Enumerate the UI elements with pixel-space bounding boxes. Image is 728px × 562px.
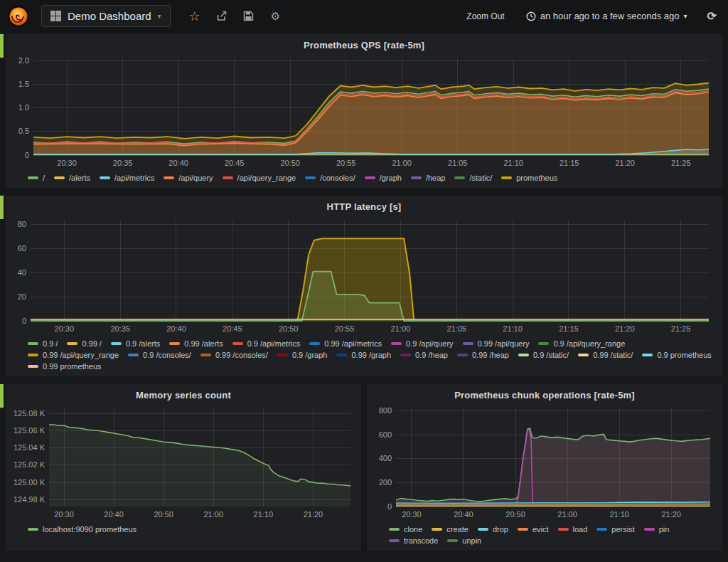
memory-chart[interactable]: 20:3020:4020:5021:0021:1021:20124.98 K12…	[9, 403, 358, 522]
legend-item-0-9-graph[interactable]: 0.9 /graph	[277, 351, 328, 359]
legend-item-0-9-heap[interactable]: 0.9 /heap	[400, 351, 448, 359]
legend-label: /static/	[469, 174, 492, 182]
save-icon-svg	[243, 11, 254, 21]
legend-label: unpin	[462, 536, 481, 545]
legend-item-api-query[interactable]: /api/query	[164, 174, 213, 182]
share-icon-svg	[216, 11, 228, 22]
panel-title[interactable]: Prometheus QPS [rate-5m]	[9, 37, 719, 53]
legend-item-0-99-static[interactable]: 0.99 /static/	[578, 351, 633, 359]
dashboard-grid-icon	[50, 11, 61, 21]
legend-color-marker	[447, 539, 458, 542]
legend-item-0-99-heap[interactable]: 0.99 /heap	[457, 351, 509, 359]
save-icon[interactable]	[239, 6, 259, 26]
qps-chart[interactable]: 20:3020:3520:4020:4520:5020:5521:0021:05…	[9, 53, 719, 171]
legend-item-0-9-alerts[interactable]: 0.9 /alerts	[111, 339, 160, 348]
legend-item-0-9[interactable]: 0.9 /	[28, 339, 58, 348]
legend-label: /consoles/	[320, 174, 355, 182]
zoom-out-button[interactable]: Zoom Out	[456, 11, 514, 21]
latency-chart[interactable]: 20:3020:3520:4020:4520:5020:5521:0021:05…	[9, 214, 719, 336]
share-icon[interactable]	[212, 6, 232, 26]
legend-color-marker	[538, 342, 549, 345]
qps-legend: //alerts/api/metrics/api/query/api/query…	[9, 171, 719, 186]
legend-color-marker	[411, 176, 422, 179]
legend-label: clone	[404, 525, 422, 534]
panel-title[interactable]: HTTP latency [s]	[9, 198, 719, 214]
svg-text:21:25: 21:25	[671, 324, 691, 333]
time-range-picker[interactable]: an hour ago to a few seconds ago ▾	[519, 11, 695, 21]
legend-item-static[interactable]: /static/	[454, 174, 492, 182]
chunk-ops-chart[interactable]: 20:3020:4020:5021:0021:1021:200200400600…	[370, 403, 719, 522]
row-collapse-handle[interactable]	[0, 196, 4, 219]
legend-color-marker	[336, 354, 347, 356]
star-icon[interactable]: ☆	[185, 6, 205, 26]
legend-item-0-99-api-metrics[interactable]: 0.99 /api/metrics	[309, 339, 382, 348]
legend-item-transcode[interactable]: transcode	[389, 536, 438, 545]
svg-text:124.98 K: 124.98 K	[14, 495, 46, 504]
legend-item-0-9-api-query-range[interactable]: 0.9 /api/query_range	[538, 339, 625, 348]
legend-item-pin[interactable]: pin	[644, 525, 670, 534]
legend-color-marker	[389, 539, 400, 542]
legend-item-prometheus[interactable]: prometheus	[501, 174, 557, 182]
legend-item-create[interactable]: create	[432, 525, 469, 534]
svg-text:60: 60	[18, 244, 26, 253]
svg-text:20:35: 20:35	[110, 324, 130, 333]
dashboard-picker[interactable]: Demo Dashboard ▾	[41, 5, 171, 27]
svg-text:20:40: 20:40	[166, 324, 186, 333]
legend-color-marker	[389, 528, 400, 531]
legend-item-api-metrics[interactable]: /api/metrics	[100, 174, 154, 182]
legend-item-0-9-consoles[interactable]: 0.9 /consoles/	[128, 351, 191, 359]
legend-label: 0.9 /	[43, 339, 58, 348]
legend-item-localhost-9090-prometheus[interactable]: localhost:9090 prometheus	[28, 525, 136, 534]
legend-item-0-99-graph[interactable]: 0.99 /graph	[336, 351, 391, 359]
legend-item-0-99-consoles[interactable]: 0.99 /consoles/	[200, 351, 268, 359]
legend-item-0-9-api-query[interactable]: 0.9 /api/query	[391, 339, 454, 348]
legend-item-0-9-static[interactable]: 0.9 /static/	[518, 351, 569, 359]
legend-item-0-99-prometheus[interactable]: 0.99 prometheus	[28, 362, 102, 371]
time-range-caret-icon: ▾	[684, 12, 687, 20]
legend-color-marker	[54, 176, 65, 179]
legend-item-0-99[interactable]: 0.99 /	[67, 339, 102, 348]
legend-label: 0.9 prometheus	[657, 351, 711, 359]
legend-item-0-9-prometheus[interactable]: 0.9 prometheus	[642, 351, 711, 359]
gear-icon[interactable]: ⚙	[266, 6, 286, 26]
legend-color-marker	[128, 354, 139, 356]
legend-item-clone[interactable]: clone	[389, 525, 422, 534]
dashboard-row-3: Memory series count 20:3020:4020:5021:00…	[6, 384, 722, 551]
clock-icon	[526, 11, 536, 21]
legend-color-marker	[28, 354, 38, 356]
panel-memory-series: Memory series count 20:3020:4020:5021:00…	[6, 384, 361, 551]
legend-item-api-query-range[interactable]: /api/query_range	[223, 174, 296, 182]
legend-item-heap[interactable]: /heap	[411, 174, 446, 182]
panel-title[interactable]: Prometheus chunk operations [rate-5m]	[370, 387, 719, 403]
legend-item-[interactable]: /	[28, 174, 45, 182]
legend-item-0-99-api-query-range[interactable]: 0.99 /api/query_range	[28, 351, 119, 359]
time-range-label: an hour ago to a few seconds ago	[540, 11, 680, 21]
refresh-icon[interactable]: ⟳	[706, 9, 721, 23]
legend-item-drop[interactable]: drop	[478, 525, 508, 534]
legend-label: prometheus	[516, 174, 557, 182]
row-collapse-handle[interactable]	[0, 34, 4, 58]
legend-item-0-99-alerts[interactable]: 0.99 /alerts	[169, 339, 223, 348]
panel-title[interactable]: Memory series count	[9, 387, 358, 403]
legend-item-0-9-api-metrics[interactable]: 0.9 /api/metrics	[232, 339, 301, 348]
legend-color-marker	[164, 176, 174, 179]
svg-text:20:40: 20:40	[104, 510, 124, 519]
legend-item-graph[interactable]: /graph	[365, 174, 402, 182]
legend-item-consoles[interactable]: /consoles/	[305, 174, 355, 182]
legend-label: transcode	[404, 536, 438, 545]
legend-item-0-99-api-query[interactable]: 0.99 /api/query	[463, 339, 530, 348]
legend-color-marker	[518, 354, 529, 356]
svg-text:21:10: 21:10	[254, 510, 274, 519]
legend-color-marker	[518, 528, 528, 531]
svg-text:20:50: 20:50	[154, 510, 173, 519]
legend-item-load[interactable]: load	[558, 525, 588, 534]
svg-text:0.5: 0.5	[18, 127, 29, 135]
legend-label: drop	[493, 525, 508, 534]
legend-item-evict[interactable]: evict	[518, 525, 549, 534]
legend-item-persist[interactable]: persist	[596, 525, 634, 534]
legend-item-unpin[interactable]: unpin	[447, 536, 481, 545]
svg-text:20:40: 20:40	[168, 159, 188, 167]
grafana-logo[interactable]	[7, 5, 30, 28]
legend-item-alerts[interactable]: /alerts	[54, 174, 90, 182]
row-collapse-handle[interactable]	[0, 384, 4, 408]
